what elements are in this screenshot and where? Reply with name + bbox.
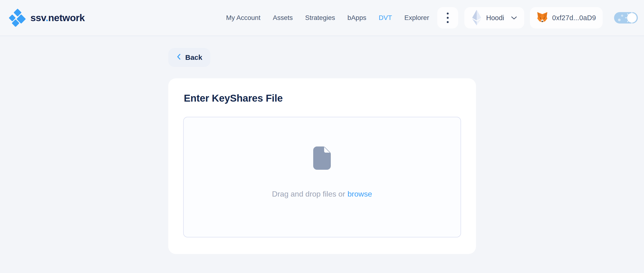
- main-nav: My Account Assets Strategies bApps DVT E…: [226, 14, 429, 21]
- nav-item-bapps[interactable]: bApps: [348, 14, 366, 21]
- chevron-down-icon: [511, 16, 517, 21]
- back-button[interactable]: Back: [168, 48, 210, 67]
- nav-item-dvt[interactable]: DVT: [378, 14, 392, 21]
- file-icon: [313, 146, 331, 171]
- file-dropzone[interactable]: Drag and drop files orbrowse: [183, 117, 461, 237]
- top-navigation-bar: ssv.network My Account Assets Strategies…: [0, 0, 644, 36]
- network-name: Hoodi: [486, 14, 504, 22]
- nav-item-explorer[interactable]: Explorer: [404, 14, 429, 21]
- metamask-fox-icon: [536, 12, 548, 23]
- wallet-address: 0xf27d...0aD9: [552, 14, 596, 22]
- page-content: Back Enter KeyShares File Drag and drop …: [168, 36, 476, 254]
- kebab-vertical-icon: [447, 12, 449, 23]
- card-title: Enter KeyShares File: [184, 93, 461, 104]
- network-selector[interactable]: Hoodi: [464, 7, 524, 28]
- nav-item-my-account[interactable]: My Account: [226, 14, 260, 21]
- ethereum-icon: [472, 9, 482, 26]
- wallet-button[interactable]: 0xf27d...0aD9: [530, 7, 603, 28]
- nav-item-assets[interactable]: Assets: [273, 14, 293, 21]
- theme-toggle[interactable]: [614, 12, 638, 23]
- keyshares-card: Enter KeyShares File Drag and drop files…: [168, 78, 476, 254]
- chevron-left-icon: [176, 53, 181, 62]
- sun-icon: [627, 13, 637, 22]
- ssv-logo-icon: [9, 9, 26, 26]
- back-button-label: Back: [185, 53, 202, 61]
- browse-link[interactable]: browse: [348, 190, 372, 198]
- more-menu-button[interactable]: [437, 7, 458, 28]
- ssv-network-logo[interactable]: ssv.network: [9, 9, 84, 26]
- dropzone-prompt: Drag and drop files orbrowse: [272, 190, 372, 199]
- nav-item-strategies[interactable]: Strategies: [305, 14, 335, 21]
- logo-wordmark: ssv.network: [30, 12, 84, 23]
